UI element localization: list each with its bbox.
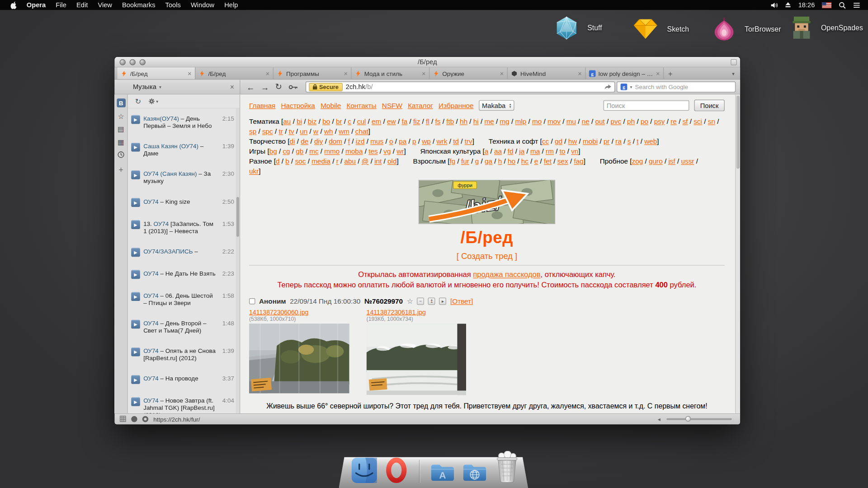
address-bar[interactable]: Secure 2ch.hk/b/ [305,81,615,92]
track-item-1[interactable]: ▶Саша Казян (ОУ74) – Даме1:39 [128,136,236,164]
board-link-out[interactable]: out [595,118,604,126]
history-clock-icon[interactable] [118,151,125,159]
titlebar-widget-icon[interactable] [731,59,736,65]
play-icon[interactable]: ▶ [131,220,140,229]
favorite-star-icon[interactable]: ☆ [407,297,413,305]
board-link-mg[interactable]: mg [500,118,509,126]
board-link-a[interactable]: a [485,148,489,155]
board-link-f[interactable]: f [348,138,350,145]
panel-scrollbar[interactable] [236,108,240,413]
board-link-ja[interactable]: ja [519,148,524,155]
board-link-mov[interactable]: mov [547,118,561,126]
track-artist-link[interactable]: ОУ74 [143,292,159,299]
board-link-fur[interactable]: fur [461,158,469,165]
panel-close-icon[interactable]: × [230,83,234,91]
play-icon[interactable]: ▶ [131,347,140,357]
board-link-mobi[interactable]: mobi [583,138,598,145]
panel-title[interactable]: Музыка [133,83,156,91]
board-link-mlp[interactable]: mlp [515,118,526,126]
status-ring-icon[interactable] [142,416,148,422]
tile-view-icon[interactable] [119,415,126,423]
notification-center-icon[interactable] [853,2,860,8]
board-link-e[interactable]: e [534,158,538,165]
menu-item-6[interactable]: Help [219,1,243,9]
create-thread-link[interactable]: [ Создать тред ] [457,251,517,261]
board-link-h[interactable]: h [498,158,502,165]
tab-list-chevron-icon[interactable]: ▾ [726,67,740,79]
finder-dock-icon[interactable] [352,458,377,483]
desktop-icon-sketch[interactable]: Sketch [632,17,689,40]
board-link-un[interactable]: un [300,128,307,136]
new-tab-button[interactable]: + [664,67,677,79]
board-link-soc[interactable]: soc [295,158,306,165]
tab-close-icon[interactable]: × [422,70,426,77]
menu-item-3[interactable]: Bookmarks [117,1,160,9]
track-item-0[interactable]: ▶Казян(ОУ74) – День Первый – Земля и Неб… [128,108,236,136]
board-link-biz[interactable]: biz [308,118,317,126]
board-link-cul[interactable]: cul [357,118,366,126]
board-link-ussr[interactable]: ussr [681,158,694,165]
board-link-sp[interactable]: sp [249,128,256,136]
track-artist-link[interactable]: ОУ74 [143,375,159,382]
track-artist-link[interactable]: ОУ74/ЗАЗАПИСЬ [143,248,193,255]
menu-item-1[interactable]: Edit [71,1,93,9]
board-link-o[interactable]: o [389,138,393,145]
tab-2[interactable]: Программы× [274,67,352,79]
board-link-au[interactable]: au [283,118,291,126]
board-link-ho[interactable]: ho [508,158,515,165]
board-link-spc[interactable]: spc [262,128,273,136]
track-item-10[interactable]: ▶ОУ74 – На проводе3:37 [128,369,236,391]
board-link-po[interactable]: po [641,118,648,126]
track-artist-link[interactable]: ОУ74 [143,320,159,327]
play-icon[interactable]: ▶ [131,198,140,207]
tab-close-icon[interactable]: × [500,70,504,77]
board-link-mc[interactable]: mc [309,148,318,155]
tab-close-icon[interactable]: × [188,70,192,77]
tab-4[interactable]: Оружие× [429,67,508,79]
board-link-g[interactable]: g [475,158,479,165]
board-link-sf[interactable]: sf [683,118,688,126]
minimize-window-button[interactable] [130,59,136,65]
nav-link-6[interactable]: Избранное [439,102,474,109]
board-link-cg[interactable]: cg [283,148,290,155]
google-search-box[interactable]: g ▾ [617,81,736,92]
track-item-6[interactable]: ▶ОУ74 – Не Дать Не Взять2:23 [128,263,236,286]
board-link-fd[interactable]: fd [508,148,514,155]
play-icon[interactable]: ▶ [131,292,140,301]
board-link-ne[interactable]: ne [582,118,590,126]
desktop-icon-torbrowser[interactable]: TorBrowser [712,16,781,42]
track-artist-link[interactable]: ОУ74 (Саня Казян) [143,170,197,177]
board-link-trv[interactable]: trv [465,138,472,145]
search-engine-dropdown-icon[interactable]: ▾ [630,84,632,89]
content-scrollbar[interactable] [735,94,740,413]
board-link-s[interactable]: s [627,138,631,145]
nav-link-4[interactable]: NSFW [382,102,402,109]
add-panel-icon[interactable]: + [118,165,123,174]
hide-post-icon[interactable]: − [417,298,424,305]
board-link-mmo[interactable]: mmo [324,148,340,155]
board-link-bg[interactable]: bg [269,148,277,155]
nav-link-0[interactable]: Главная [249,102,275,109]
panel-dropdown-icon[interactable]: ▾ [159,84,161,89]
board-link-sn[interactable]: sn [708,118,715,126]
board-link-hw[interactable]: hw [568,138,577,145]
board-link-mus[interactable]: mus [370,138,383,145]
tab-6[interactable]: glow poly design – П...× [586,67,664,79]
file-link[interactable]: 14113872306181.jpg [367,309,466,315]
board-link-media[interactable]: media [311,158,330,165]
post-checkbox[interactable] [249,298,255,304]
track-artist-link[interactable]: ОУ74 [143,347,159,354]
board-link-cc[interactable]: cc [542,138,549,145]
board-link-rm[interactable]: rm [546,148,554,155]
board-link-aa[interactable]: aa [494,148,502,155]
play-icon[interactable]: ▶ [131,170,140,179]
board-link-br[interactable]: br [336,118,342,126]
panel-settings-icon[interactable]: ▾ [148,98,158,105]
board-link-tes[interactable]: tes [368,148,377,155]
track-item-4[interactable]: ▶13. ОУ74 [ЗаЗапись. Том 1 (2013)] – Нев… [128,214,236,241]
back-button[interactable]: ← [246,82,255,92]
share-icon[interactable] [604,84,612,90]
board-link-me[interactable]: me [484,118,494,126]
board-link-psy[interactable]: psy [654,118,665,126]
board-link-jsf[interactable]: jsf [668,158,675,165]
